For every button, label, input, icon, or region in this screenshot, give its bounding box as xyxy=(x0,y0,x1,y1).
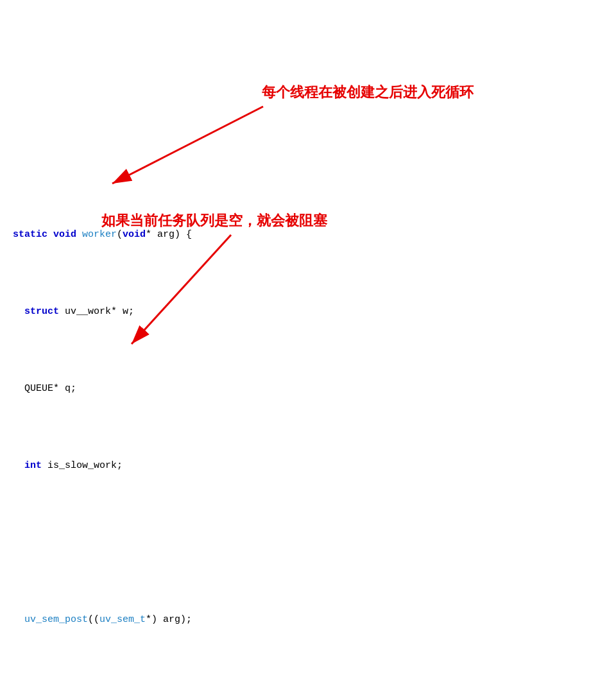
code-line-6: uv_sem_post((uv_sem_t*) arg); xyxy=(13,612,603,628)
annotation-1: 每个线程在被创建之后进入死循环 xyxy=(262,81,474,103)
code-line-1: static void worker(void* arg) { xyxy=(13,227,603,243)
svg-line-3 xyxy=(132,235,231,344)
code-line-3: QUEUE* q; xyxy=(13,381,603,397)
annotation-arrows xyxy=(13,12,603,679)
code-line-5 xyxy=(13,535,603,551)
code-block: 每个线程在被创建之后进入死循环 如果当前任务队列是空，就会被阻塞 static … xyxy=(13,12,603,679)
code-line-2: struct uv__work* w; xyxy=(13,304,603,320)
svg-line-2 xyxy=(112,107,263,184)
code-line-4: int is_slow_work; xyxy=(13,458,603,474)
